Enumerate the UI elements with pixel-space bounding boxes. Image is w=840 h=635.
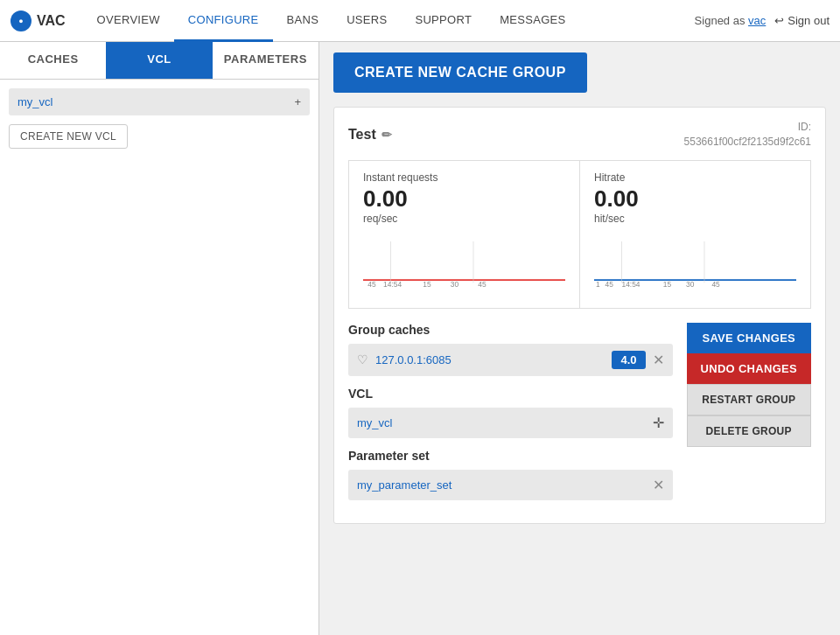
group-caches-section: Group caches ♡ 127.0.0.1:6085 4.0 ✕ [348, 323, 673, 376]
chart-requests-svg: 45 14:54 15 30 45 [363, 225, 565, 295]
chart-hitrate-label: Hitrate [594, 171, 796, 184]
vcl-row: my_vcl ✛ [348, 408, 673, 438]
brand-name: VAC [37, 13, 66, 29]
cache-row: ♡ 127.0.0.1:6085 4.0 ✕ [348, 344, 673, 376]
charts-area: Instant requests 0.00 req/sec 45 14:54 1… [348, 160, 811, 309]
sidebar-content: my_vcl + CREATE NEW VCL [0, 80, 318, 635]
heart-icon: ♡ [357, 352, 368, 366]
undo-changes-button[interactable]: UNDO CHANGES [687, 353, 812, 384]
svg-text:15: 15 [663, 280, 672, 289]
parameter-set-section: Parameter set my_parameter_set ✕ [348, 449, 673, 500]
restart-group-button[interactable]: RESTART GROUP [687, 384, 812, 415]
chart-hitrate: Hitrate 0.00 hit/sec 1 45 14:54 15 [579, 161, 810, 308]
vcl-item-name: my_vcl [18, 95, 52, 108]
chart-hitrate-svg: 1 45 14:54 15 30 45 [594, 225, 796, 295]
svg-text:15: 15 [423, 280, 431, 289]
remove-cache-icon[interactable]: ✕ [653, 352, 664, 368]
vcl-section-label: VCL [348, 387, 673, 401]
navbar: ● VAC OVERVIEW CONFIGURE BANS USERS SUPP… [0, 0, 840, 42]
svg-text:45: 45 [606, 280, 614, 289]
bottom-section: Group caches ♡ 127.0.0.1:6085 4.0 ✕ VCL … [348, 323, 811, 511]
chart-requests-unit: req/sec [363, 213, 565, 225]
sign-out-button[interactable]: ↩ Sign out [774, 14, 830, 27]
signed-as-text: Signed as vac [695, 14, 766, 27]
card-id: ID: 553661f00cf2f2135d9f2c61 [684, 120, 811, 150]
main-content: CREATE NEW CACHE GROUP Test ✏ ID: 553661… [319, 42, 840, 635]
main-layout: CACHES VCL PARAMETERS my_vcl + CREATE NE… [0, 42, 840, 635]
right-buttons: SAVE CHANGES UNDO CHANGES RESTART GROUP … [687, 323, 812, 511]
brand-icon: ● [10, 10, 32, 31]
cache-group-card: Test ✏ ID: 553661f00cf2f2135d9f2c61 Inst… [333, 107, 826, 524]
vcl-list-item[interactable]: my_vcl + [9, 88, 310, 115]
signed-as-user[interactable]: vac [748, 14, 766, 27]
svg-text:1: 1 [596, 280, 600, 289]
chart-requests-label: Instant requests [363, 171, 565, 184]
vcl-section: VCL my_vcl ✛ [348, 387, 673, 438]
param-row: my_parameter_set ✕ [348, 470, 673, 500]
cache-address: 127.0.0.1:6085 [375, 353, 605, 366]
create-vcl-button[interactable]: CREATE NEW VCL [9, 124, 128, 149]
sidebar-tabs: CACHES VCL PARAMETERS [0, 42, 318, 80]
param-value: my_parameter_set [357, 478, 646, 492]
group-name: Test [348, 127, 376, 143]
nav-overview[interactable]: OVERVIEW [83, 0, 174, 42]
nav-messages[interactable]: MESSAGES [486, 0, 579, 42]
nav-users[interactable]: USERS [332, 0, 401, 42]
nav-support[interactable]: SUPPORT [401, 0, 486, 42]
nav-right: Signed as vac ↩ Sign out [695, 14, 830, 27]
svg-text:30: 30 [686, 280, 695, 289]
svg-text:45: 45 [368, 280, 376, 289]
chart-requests-value: 0.00 [363, 185, 565, 213]
svg-text:30: 30 [451, 280, 459, 289]
save-changes-button[interactable]: SAVE CHANGES [687, 323, 812, 353]
parameter-set-label: Parameter set [348, 449, 673, 463]
svg-text:14:54: 14:54 [622, 280, 640, 289]
create-cache-group-button[interactable]: CREATE NEW CACHE GROUP [333, 52, 587, 93]
brand: ● VAC [10, 10, 66, 31]
tab-caches[interactable]: CACHES [0, 42, 106, 79]
vcl-row-value: my_vcl [357, 416, 646, 429]
chart-requests: Instant requests 0.00 req/sec 45 14:54 1… [349, 161, 579, 308]
left-sections: Group caches ♡ 127.0.0.1:6085 4.0 ✕ VCL … [348, 323, 673, 511]
tab-parameters[interactable]: PARAMETERS [213, 42, 318, 79]
cache-weight-badge: 4.0 [612, 351, 645, 369]
svg-text:45: 45 [478, 280, 486, 289]
tab-vcl[interactable]: VCL [106, 42, 212, 79]
nav-configure[interactable]: CONFIGURE [174, 0, 273, 42]
vcl-add-icon[interactable]: ✛ [653, 415, 664, 431]
nav-bans[interactable]: BANS [273, 0, 333, 42]
chart-hitrate-value: 0.00 [594, 185, 796, 213]
card-title: Test ✏ [348, 127, 392, 143]
add-icon[interactable]: + [294, 95, 301, 108]
edit-icon[interactable]: ✏ [382, 128, 392, 142]
sidebar: CACHES VCL PARAMETERS my_vcl + CREATE NE… [0, 42, 319, 635]
group-caches-label: Group caches [348, 323, 673, 337]
card-header: Test ✏ ID: 553661f00cf2f2135d9f2c61 [348, 120, 811, 150]
svg-text:14:54: 14:54 [383, 280, 402, 289]
remove-param-icon[interactable]: ✕ [653, 477, 664, 493]
nav-links: OVERVIEW CONFIGURE BANS USERS SUPPORT ME… [83, 0, 695, 42]
chart-hitrate-unit: hit/sec [594, 213, 796, 225]
svg-text:45: 45 [711, 280, 720, 289]
sign-out-icon: ↩ [774, 14, 784, 27]
delete-group-button[interactable]: DELETE GROUP [687, 415, 812, 447]
